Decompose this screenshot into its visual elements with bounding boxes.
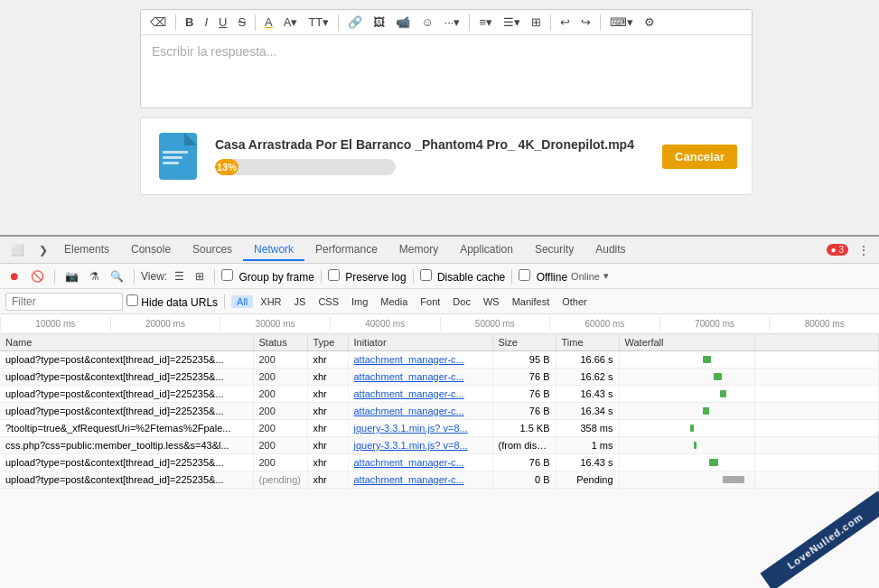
- cell-initiator[interactable]: attachment_manager-c...: [348, 454, 492, 471]
- console-icon[interactable]: ❯: [33, 240, 53, 260]
- filter-manifest-btn[interactable]: Manifest: [507, 295, 556, 308]
- editor-content[interactable]: Escribir la respuesta...: [141, 35, 752, 107]
- throttle-dropdown-btn[interactable]: ▾: [603, 270, 609, 282]
- file-svg-icon: [159, 133, 197, 180]
- col-header-status[interactable]: Status: [253, 334, 307, 351]
- table-row[interactable]: upload?type=post&context[thread_id]=2252…: [0, 369, 879, 386]
- col-header-time[interactable]: Time: [556, 334, 619, 351]
- font-btn[interactable]: A▾: [280, 14, 302, 31]
- upload-filename: Casa Arrastrada Por El Barranco _Phantom…: [215, 137, 648, 152]
- underline-btn[interactable]: U: [215, 14, 230, 31]
- camera-btn[interactable]: 📷: [61, 268, 82, 285]
- dt-sep4: [321, 269, 322, 284]
- video-btn[interactable]: 📹: [392, 14, 414, 31]
- filter-toggle-btn[interactable]: ⚗: [86, 268, 103, 285]
- filter-js-btn[interactable]: JS: [289, 295, 312, 308]
- undo-btn[interactable]: ↩: [556, 14, 574, 31]
- tab-sources[interactable]: Sources: [182, 239, 243, 261]
- link-btn[interactable]: 🔗: [344, 14, 366, 31]
- cell-initiator[interactable]: attachment_manager-c...: [348, 369, 492, 386]
- cell-name: upload?type=post&context[thread_id]=2252…: [0, 471, 253, 489]
- cell-initiator[interactable]: attachment_manager-c...: [348, 386, 492, 403]
- font-size-btn[interactable]: TT▾: [304, 14, 332, 31]
- cell-initiator[interactable]: attachment_manager-c...: [348, 403, 492, 420]
- filter-xhr-btn[interactable]: XHR: [255, 295, 286, 308]
- col-header-size[interactable]: Size: [492, 334, 556, 351]
- image-btn[interactable]: 🖼: [369, 14, 388, 31]
- cell-waterfall: [619, 454, 754, 471]
- table-row[interactable]: upload?type=post&context[thread_id]=2252…: [0, 454, 879, 471]
- preserve-log-checkbox[interactable]: [328, 269, 340, 281]
- cell-initiator[interactable]: attachment_manager-c...: [348, 471, 492, 489]
- tab-application[interactable]: Application: [449, 239, 524, 261]
- tab-performance[interactable]: Performance: [304, 239, 388, 261]
- filter-font-btn[interactable]: Font: [415, 295, 445, 308]
- cell-waterfall: [619, 351, 754, 369]
- cell-type: xhr: [307, 386, 348, 403]
- view-grid-btn[interactable]: ⊞: [192, 268, 208, 285]
- filter-all-btn[interactable]: All: [231, 295, 253, 308]
- table-row[interactable]: upload?type=post&context[thread_id]=2252…: [0, 403, 879, 420]
- more-btn[interactable]: ···▾: [441, 14, 464, 31]
- tab-memory[interactable]: Memory: [388, 239, 449, 261]
- tab-security[interactable]: Security: [524, 239, 584, 261]
- cell-name: upload?type=post&context[thread_id]=2252…: [0, 386, 253, 403]
- settings-gear-btn[interactable]: ⚙: [641, 14, 659, 31]
- cell-size: 76 B: [492, 386, 556, 403]
- filter-css-btn[interactable]: CSS: [313, 295, 344, 308]
- tab-console[interactable]: Console: [120, 239, 182, 261]
- filter-doc-btn[interactable]: Doc: [447, 295, 476, 308]
- view-list-btn[interactable]: ☰: [171, 268, 188, 285]
- table-row[interactable]: ?tooltip=true&_xfRequestUri=%2Ftemas%2Fp…: [0, 420, 879, 437]
- cell-initiator[interactable]: attachment_manager-c...: [348, 351, 492, 369]
- col-header-waterfall[interactable]: Waterfall: [619, 334, 754, 351]
- filter-media-btn[interactable]: Media: [375, 295, 413, 308]
- cell-initiator[interactable]: jquery-3.3.1.min.js? v=8...: [348, 437, 492, 454]
- italic-btn[interactable]: I: [201, 14, 211, 31]
- filter-other-btn[interactable]: Other: [556, 295, 593, 308]
- strikethrough-btn[interactable]: S: [234, 14, 249, 31]
- table-btn[interactable]: ⊞: [528, 14, 545, 31]
- eraser-btn[interactable]: ⌫: [146, 14, 170, 31]
- table-row[interactable]: upload?type=post&context[thread_id]=2252…: [0, 386, 879, 403]
- col-header-initiator[interactable]: Initiator: [348, 334, 492, 351]
- cell-name: ?tooltip=true&_xfRequestUri=%2Ftemas%2Fp…: [0, 420, 253, 437]
- elements-icon[interactable]: ⬜: [5, 240, 30, 260]
- offline-checkbox[interactable]: [519, 269, 530, 281]
- group-by-frame-label: Group by frame: [221, 269, 314, 284]
- highlight-btn[interactable]: A: [261, 14, 276, 31]
- cell-waterfall: [619, 471, 754, 489]
- upload-info: Casa Arrastrada Por El Barranco _Phantom…: [215, 137, 648, 175]
- col-header-type[interactable]: Type: [307, 334, 348, 351]
- sep5: [550, 14, 551, 31]
- table-row[interactable]: upload?type=post&context[thread_id]=2252…: [0, 471, 879, 489]
- emoji-btn[interactable]: ☺: [417, 14, 436, 31]
- clear-btn[interactable]: 🚫: [27, 268, 48, 285]
- table-row[interactable]: upload?type=post&context[thread_id]=2252…: [0, 351, 879, 369]
- align-btn[interactable]: ≡▾: [475, 14, 496, 31]
- dt-sep5: [413, 269, 414, 284]
- filter-input[interactable]: [5, 293, 123, 311]
- record-btn[interactable]: ⏺: [5, 268, 23, 285]
- col-header-name[interactable]: Name: [0, 334, 253, 351]
- filter-img-btn[interactable]: Img: [346, 295, 373, 308]
- tab-elements[interactable]: Elements: [53, 239, 120, 261]
- cell-size: 76 B: [492, 369, 556, 386]
- hide-data-urls-checkbox[interactable]: [126, 294, 138, 306]
- filter-ws-btn[interactable]: WS: [478, 295, 505, 308]
- devtools-more-btn[interactable]: ⋮: [852, 239, 875, 261]
- source-btn[interactable]: ⌨▾: [606, 14, 637, 31]
- search-btn[interactable]: 🔍: [107, 268, 127, 285]
- tab-network[interactable]: Network: [243, 239, 304, 261]
- cell-initiator[interactable]: jquery-3.3.1.min.js? v=8...: [348, 420, 492, 437]
- tab-audits[interactable]: Audits: [584, 239, 636, 261]
- cancel-button[interactable]: Cancelar: [662, 145, 737, 169]
- cell-size: 95 B: [492, 351, 556, 369]
- redo-btn[interactable]: ↪: [577, 14, 594, 31]
- offline-label: Offline: [519, 269, 567, 284]
- disable-cache-checkbox[interactable]: [420, 269, 432, 281]
- table-row[interactable]: css.php?css=public:member_tooltip.less&s…: [0, 437, 879, 454]
- group-by-frame-checkbox[interactable]: [221, 269, 233, 281]
- bold-btn[interactable]: B: [182, 14, 197, 31]
- list-btn[interactable]: ☰▾: [500, 14, 524, 31]
